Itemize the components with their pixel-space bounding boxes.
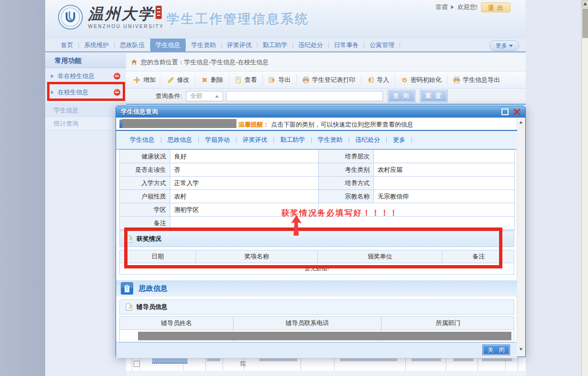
table-grid-line: [446, 358, 446, 371]
delete-x-icon: [201, 77, 208, 83]
clipboard-icon: [121, 282, 133, 295]
clipped-text-fragment: [207, 358, 220, 361]
view-button[interactable]: 查看: [229, 74, 263, 86]
nav-more-label: 更多: [496, 42, 507, 50]
query-select-value: 全部: [190, 92, 203, 100]
main-nav: 首页 系统维护 思政队伍 学生信息 学生资助 评奖评优 勤工助学 违纪处分 日常…: [45, 39, 526, 52]
dialog-tabs: 学生信息 思政信息 学籍异动 评奖评优 勤工助学 学生资助 违纪处分 更多: [116, 131, 517, 149]
plus-icon: [134, 77, 140, 83]
university-name-cn: 温州大学: [88, 4, 155, 25]
field-value: 正常入学: [170, 177, 319, 190]
delete-button[interactable]: 删除: [196, 74, 229, 86]
table-grid-line: [206, 358, 206, 371]
search-button[interactable]: 查 询: [388, 90, 415, 102]
import-label: 导入: [377, 76, 389, 84]
tab-status-change[interactable]: 学籍异动: [199, 136, 236, 144]
app-title: 学生工作管理信息系统: [167, 10, 309, 28]
tab-separator: [412, 137, 412, 143]
nav-item-dormitory[interactable]: 公寓管理: [364, 39, 400, 52]
counselor-section-title: 辅导员信息: [137, 303, 167, 311]
tab-more[interactable]: 更多: [387, 136, 412, 144]
welcome-arrow-icon: [451, 5, 454, 9]
clipped-text-fragment: [412, 358, 441, 361]
column-header: 辅导员联系电话: [234, 317, 382, 329]
nav-item-daily-affairs[interactable]: 日常事务: [329, 39, 364, 52]
tab-work-study[interactable]: 勤工助学: [274, 136, 311, 144]
add-button[interactable]: 增加: [128, 74, 162, 86]
tab-discipline[interactable]: 违纪处分: [349, 136, 386, 144]
university-name-en: WENZHOU UNIVERSITY: [88, 24, 164, 29]
tab-student-aid[interactable]: 学生资助: [312, 136, 349, 144]
left-margin-strip: [0, 0, 46, 376]
student-fields-table: 健康状况 良好 培养层次 是否走读生 否 考生类别 农村应届 入学方式 正常入学…: [119, 149, 514, 230]
collapse-minus-icon[interactable]: [114, 73, 120, 79]
sidebar: 常用功能 非在校生信息 在校生信息 学生信息 统计查询: [45, 53, 127, 376]
edit-label: 修改: [177, 76, 189, 84]
dialog-titlebar[interactable]: 学生信息查询: [116, 106, 525, 118]
import-arrow-icon: [367, 77, 374, 83]
sidebar-group-oncampus[interactable]: 在校生信息: [45, 84, 126, 100]
field-value: 溯初学区: [170, 203, 319, 217]
close-dialog-button[interactable]: 关 闭: [482, 345, 510, 355]
tab-political-info[interactable]: 思政信息: [161, 136, 198, 144]
clipped-text-fragment: [482, 358, 512, 361]
nav-item-awards[interactable]: 评奖评优: [222, 39, 257, 52]
breadcrumb: 您的当前位置：学生信息-学生信息-在校生信息: [126, 53, 526, 71]
nav-item-work-study[interactable]: 勤工助学: [257, 39, 293, 52]
student-id-link[interactable]: [152, 358, 187, 364]
query-field-select[interactable]: 全部: [186, 91, 223, 101]
sidebar-title: 常用功能: [45, 53, 126, 68]
scroll-up-icon[interactable]: [519, 121, 522, 124]
scroll-down-icon[interactable]: [519, 348, 522, 351]
printer-icon: [453, 77, 460, 83]
query-input[interactable]: [226, 91, 383, 101]
field-value: [319, 203, 515, 217]
sidebar-group-offcampus[interactable]: 非在校生信息: [45, 68, 126, 84]
scrollbar-up-button[interactable]: [582, 0, 588, 8]
nav-more-button[interactable]: 更多: [490, 40, 519, 51]
column-header: 奖项名称: [196, 250, 318, 263]
view-label: 查看: [245, 76, 257, 84]
counselor-section-header: 辅导员信息: [119, 299, 514, 315]
right-background: [526, 0, 581, 376]
university-logo: [58, 4, 83, 30]
nav-item-student-info[interactable]: 学生信息: [150, 39, 186, 52]
dialog-footer: 关 闭: [116, 342, 517, 358]
logout-button[interactable]: 退出: [481, 2, 510, 12]
export-label: 导出: [278, 76, 291, 84]
page-scrollbar[interactable]: [581, 0, 588, 376]
query-label: 查询条件:: [156, 92, 182, 100]
field-label: 户籍性质: [120, 190, 170, 203]
document-pencil-icon: [126, 235, 132, 243]
password-reset-label: 密码初始化: [411, 76, 441, 84]
edit-button[interactable]: 修改: [162, 74, 196, 86]
import-button[interactable]: 导入: [362, 74, 395, 86]
scrollbar-thumb[interactable]: [582, 9, 588, 38]
close-icon[interactable]: [513, 109, 520, 115]
sidebar-item-student-info[interactable]: 学生信息: [45, 104, 126, 117]
tab-student-info[interactable]: 学生信息: [124, 136, 161, 144]
print-registration-label: 学生登记表打印: [312, 76, 355, 84]
query-bar: 查询条件: 全部 查 询 重 置: [126, 89, 526, 104]
nav-item-system-maintenance[interactable]: 系统维护: [79, 39, 114, 52]
row-checkbox[interactable]: [134, 361, 140, 367]
password-reset-button[interactable]: 密码初始化: [395, 74, 448, 86]
notice-label: 温馨提醒：: [238, 121, 269, 128]
sidebar-item-statistics[interactable]: 统计查询: [45, 117, 126, 130]
nav-item-student-aid[interactable]: 学生资助: [186, 39, 221, 52]
collapse-minus-icon[interactable]: [114, 89, 120, 96]
tab-awards[interactable]: 评奖评优: [236, 136, 274, 144]
reset-button[interactable]: 重 置: [420, 90, 448, 102]
nav-item-discipline[interactable]: 违纪处分: [293, 39, 328, 52]
welcome-text: 欢迎您!: [457, 3, 478, 11]
nav-item-political-team[interactable]: 思政队伍: [115, 39, 150, 52]
award-section-header: 获奖情况: [119, 231, 514, 247]
maximize-icon[interactable]: [501, 109, 509, 115]
field-value: [374, 150, 515, 163]
dialog-scrollbar[interactable]: [517, 118, 525, 356]
print-registration-button[interactable]: 学生登记表打印: [297, 74, 362, 86]
nav-item-home[interactable]: 首页: [56, 39, 78, 52]
export-button[interactable]: 导出: [263, 74, 297, 86]
delete-label: 删除: [211, 76, 223, 84]
student-info-export-button[interactable]: 学生信息导出: [448, 74, 506, 86]
